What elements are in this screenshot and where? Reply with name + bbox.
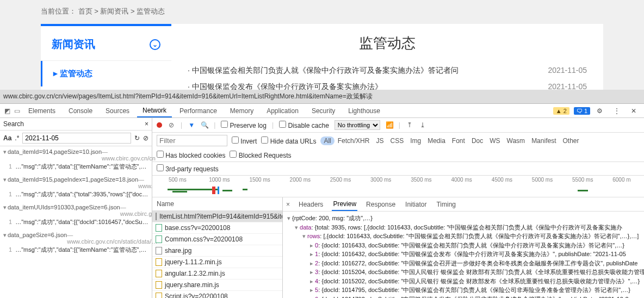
throttle-select[interactable]: No throttling	[335, 120, 380, 130]
tab-headers[interactable]: Headers	[298, 198, 324, 210]
search-result[interactable]: data_itemId=915,pageIndex=1,pageSize=18.…	[0, 174, 152, 202]
record-icon[interactable]	[157, 122, 162, 128]
news-row[interactable]: 中国银保监会相关部门负责人就《保险中介行政许可及备案实施办法》答记者问 2021…	[188, 63, 587, 79]
request-row[interactable]: angular.1.2.32.min.js	[152, 268, 282, 280]
request-row[interactable]: jquery-1.11.2.min.js	[152, 257, 282, 268]
tab-timing[interactable]: Timing	[435, 198, 457, 210]
upload-icon[interactable]: ⤒	[406, 121, 413, 129]
disable-cache[interactable]: Disable cache	[279, 121, 329, 129]
warning-badge[interactable]: ▲ 2	[553, 107, 569, 115]
request-row[interactable]: ItemList.html?itemPId=914&itemId=915&ite…	[152, 211, 282, 222]
close-icon[interactable]: ×	[145, 120, 148, 128]
search-result[interactable]: data_pageSize=6.json— www.cbirc.gov.cn/c…	[0, 229, 152, 257]
request-row[interactable]: Common.css?v=20200108	[152, 234, 282, 245]
status-url: www.cbirc.gov.cn/cn/view/pages/ItemList.…	[0, 90, 644, 104]
tab-security[interactable]: Security	[306, 105, 340, 117]
download-icon[interactable]: ⤓	[419, 121, 426, 129]
blocked-cookies[interactable]: Has blocked cookies	[157, 151, 225, 159]
json-row[interactable]: 1: {docId: 1016432, docSubtitle: "中国银保监会…	[287, 250, 644, 259]
info-badge[interactable]: 🗨 1	[574, 107, 590, 115]
search-input[interactable]	[22, 133, 131, 144]
json-row[interactable]: 4: {docId: 1015202, docSubtitle: "中国人民银行…	[287, 277, 644, 286]
json-row[interactable]: 5: {docId: 1014795, docSubtitle: "中国银保监会…	[287, 285, 644, 295]
json-row[interactable]: 6: {docId: 1014792, docSubtitle: "中国银保监会…	[287, 295, 644, 299]
more-icon[interactable]: ⋮	[614, 107, 620, 115]
filter-type[interactable]: Media	[424, 136, 449, 145]
filter-type[interactable]: Other	[559, 136, 582, 145]
filter-input[interactable]	[157, 135, 227, 146]
filter-icon[interactable]: ▼	[188, 121, 195, 129]
match-case-icon[interactable]: Aa	[3, 134, 11, 142]
request-row[interactable]: base.css?v=20200108	[152, 222, 282, 234]
filter-type[interactable]: Font	[449, 136, 468, 145]
tab-network[interactable]: Network	[137, 104, 172, 117]
refresh-icon[interactable]: ↻	[134, 134, 140, 142]
hide-data-urls[interactable]: Hide data URLs	[261, 136, 316, 145]
filter-type[interactable]: Manifest	[528, 136, 559, 145]
sidebar-item-cat[interactable]: 监管动态	[41, 61, 171, 86]
filter-type[interactable]: JS	[373, 136, 387, 145]
filter-type[interactable]: Fetch/XHR	[335, 136, 373, 145]
filter-type[interactable]: WS	[486, 136, 503, 145]
crumb-news[interactable]: 新闻资讯	[100, 7, 128, 15]
crumb-home[interactable]: 首页	[78, 7, 92, 15]
clear-icon[interactable]: ⊘	[168, 121, 175, 129]
inspect-icon[interactable]: ◩	[3, 107, 11, 115]
gear-icon[interactable]: ⚙	[597, 107, 603, 115]
waterfall[interactable]: 500 ms1000 ms1500 ms2000 ms2500 ms3000 m…	[152, 176, 644, 197]
preserve-log[interactable]: Preserve log	[221, 121, 267, 129]
filter-type[interactable]: Doc	[468, 136, 486, 145]
json-preview[interactable]: {rptCode: 200, msg: "成功",…} data: {total…	[283, 212, 644, 298]
sidebar-title: 新闻资讯	[52, 37, 95, 52]
tab-initiator[interactable]: Initiator	[404, 198, 428, 210]
search-result[interactable]: data_itemId=914,pageSize=10.json— www.cb…	[0, 146, 152, 174]
request-row[interactable]: share.jpg	[152, 245, 282, 257]
json-row[interactable]: 3: {docId: 1015204, docSubtitle: "中国人民银行…	[287, 268, 644, 277]
filter-type[interactable]: All	[320, 136, 334, 145]
filter-type[interactable]: Img	[407, 136, 424, 145]
request-row[interactable]: Script.js?v=20200108	[152, 291, 282, 298]
chevron-down-icon[interactable]: ⌄	[150, 39, 160, 50]
wifi-icon[interactable]: 📶	[386, 121, 393, 129]
search-result[interactable]: data_itemUUIds=910303,pageSize=6.json— w…	[0, 202, 152, 229]
breadcrumb: 当前位置： 首页 > 新闻资讯 > 监管动态	[41, 4, 603, 22]
tab-response[interactable]: Response	[365, 198, 397, 210]
tab-preview[interactable]: Preview	[332, 198, 357, 211]
request-detail: × Headers Preview Response Initiator Tim…	[283, 197, 644, 298]
blocked-requests[interactable]: Blocked Requests	[230, 151, 291, 159]
close-icon[interactable]: ✕	[631, 107, 636, 115]
third-party[interactable]: 3rd-party requests	[157, 164, 219, 173]
sidebar: 新闻资讯 ⌄ 监管动态	[41, 24, 171, 90]
tab-memory[interactable]: Memory	[225, 105, 259, 117]
search-title: Search	[3, 120, 24, 128]
request-row[interactable]: jquery.share.min.js	[152, 280, 282, 291]
filter-type[interactable]: CSS	[387, 136, 407, 145]
invert-check[interactable]: Invert	[232, 136, 257, 145]
devtools: ◩ ▭ Elements Console Sources Network Per…	[0, 104, 644, 298]
close-icon[interactable]: ×	[286, 201, 290, 208]
tab-lighthouse[interactable]: Lighthouse	[343, 105, 386, 117]
search-icon[interactable]: 🔍	[201, 121, 208, 129]
clear-icon[interactable]: ⊘	[143, 134, 148, 142]
json-row[interactable]: 2: {docId: 1016272, docSubtitle: "中国银保监会…	[287, 259, 644, 268]
search-panel: Search × Aa .* ↻ ⊘ data_itemId=914,pageS…	[0, 118, 152, 298]
request-list: Name ItemList.html?itemPId=914&itemId=91…	[152, 197, 283, 298]
news-row[interactable]: 中国银保监会发布《保险中介行政许可及备案实施办法》 2021-11-05	[188, 79, 587, 90]
tab-elements[interactable]: Elements	[23, 105, 61, 117]
regex-icon[interactable]: .*	[15, 134, 19, 142]
tab-console[interactable]: Console	[63, 105, 98, 117]
json-row[interactable]: 0: {docId: 1016433, docSubtitle: "中国银保监会…	[287, 241, 644, 250]
tab-application[interactable]: Application	[261, 105, 304, 117]
page-title: 监管动态	[188, 29, 587, 63]
tab-sources[interactable]: Sources	[100, 105, 135, 117]
tab-performance[interactable]: Performance	[174, 105, 222, 117]
filter-type[interactable]: Wasm	[504, 136, 529, 145]
crumb-cat[interactable]: 监管动态	[137, 7, 165, 15]
device-icon[interactable]: ▭	[13, 107, 21, 115]
